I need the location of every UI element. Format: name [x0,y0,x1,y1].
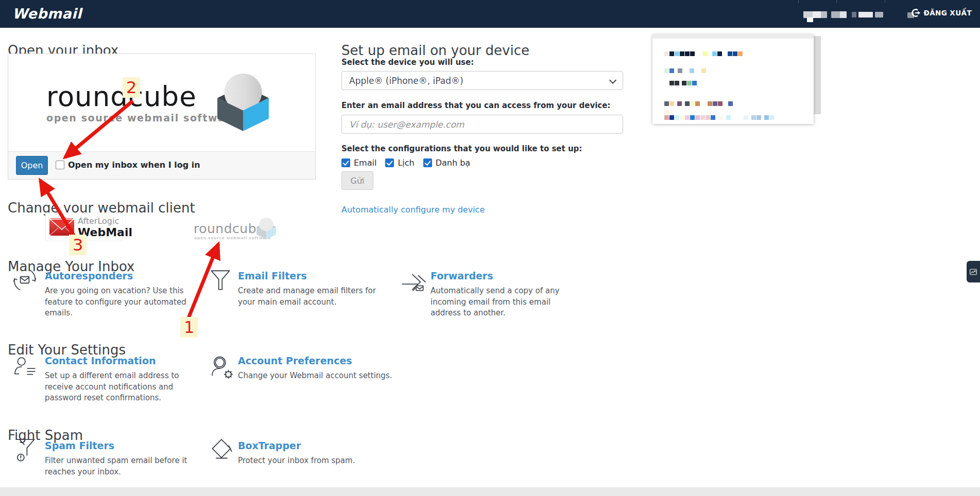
roundcube-tagline: open source webmail software [46,112,238,123]
autoresponders-link[interactable]: Autoresponders [45,270,199,282]
forwarders-icon [402,271,427,293]
annotation-label-3: 3 [69,235,87,255]
config-contacts-label: Danh bạ [436,158,470,168]
config-contacts-checkbox[interactable] [423,158,432,167]
analytics-side-tab[interactable] [967,261,980,282]
feature-email-filters: Email Filters Create and manage email fi… [238,270,392,308]
roundcube-logo-text: roundcube [46,83,238,110]
device-select-value: Apple® (iPhone®, iPad®) [349,76,463,86]
logout-button[interactable]: ĐĂNG XUẤT [908,8,975,18]
config-select-label: Select the configurations that you would… [341,144,582,153]
account-preferences-icon [210,356,235,380]
top-bar: Webmail ĐĂNG XUẤT [0,0,980,28]
annotation-label-1: 1 [180,317,198,338]
spam-filters-link[interactable]: Spam Filters [45,440,199,452]
annotation-label-2: 2 [123,77,140,98]
feature-contact-information: Contact Information Set up a different e… [45,355,199,404]
config-option-contacts[interactable]: Danh bạ [423,158,470,168]
contact-information-icon [13,356,37,379]
header-divider [885,0,885,3]
redacted-account-text [807,17,813,22]
logout-icon [912,8,921,17]
roundcube-cube-icon [214,69,272,132]
feature-account-preferences: Account Preferences Change your Webmail … [238,355,403,382]
redacted-menu-text [875,12,883,17]
forwarders-description: Automatically send a copy of any incomin… [431,286,580,319]
feature-forwarders: Forwarders Automatically send a copy of … [431,270,580,319]
bottom-strip [0,487,980,496]
line-chart-icon [970,268,977,276]
roundcube-small-text: roundcube [194,221,265,236]
send-button[interactable]: Gửi [341,171,373,190]
spam-filters-icon [13,438,36,462]
forwarders-link[interactable]: Forwarders [431,270,580,282]
config-checkbox-row: Email Lịch Danh bạ [341,158,470,168]
auto-configure-link[interactable]: Automatically configure my device [341,205,485,215]
header-divider [798,0,799,3]
open-inbox-checkbox-label[interactable]: Open my inbox when I log in [68,160,200,170]
setup-device-heading: Set up email on your device [341,43,529,58]
email-field-label: Enter an email address that you can acce… [341,101,610,110]
config-email-checkbox[interactable] [341,158,350,167]
boxtrapper-icon [210,438,233,461]
card-footer: Open Open my inbox when I log in [8,151,315,179]
feature-boxtrapper: BoxTrapper Protect your inbox from spam. [238,440,392,467]
autoresponders-icon [12,268,37,292]
contact-information-link[interactable]: Contact Information [45,355,199,367]
redacted-account-text [831,11,847,18]
config-calendar-checkbox[interactable] [385,158,394,167]
boxtrapper-description: Protect your inbox from spam. [238,455,392,467]
logout-label: ĐĂNG XUẤT [924,9,972,17]
config-option-email[interactable]: Email [341,158,376,168]
email-filters-icon [210,270,231,291]
device-select-label: Select the device you will use: [341,58,474,67]
webmail-home-page: Webmail ĐĂNG XUẤT Open your inbox roundc… [0,0,980,496]
config-option-calendar[interactable]: Lịch [385,158,414,168]
boxtrapper-link[interactable]: BoxTrapper [238,440,392,452]
webmail-client-card: roundcube open source webmail software O… [8,54,316,180]
header-divider [836,0,837,3]
redacted-menu-text [852,12,856,17]
spam-filters-description: Filter unwanted spam email before it rea… [45,455,199,478]
feature-autoresponders: Autoresponders Are you going on vacation… [45,270,199,319]
thumbnail-scrollbar[interactable] [814,36,821,114]
contact-information-description: Set up a different email address to rece… [45,370,199,404]
account-preferences-description: Change your Webmail account settings. [238,370,403,382]
email-filters-description: Create and manage email filters for your… [238,286,392,308]
device-select[interactable]: Apple® (iPhone®, iPad®) [341,71,623,90]
preview-thumbnail-grid [652,34,814,124]
config-calendar-label: Lịch [398,158,414,168]
client-option-roundcube[interactable]: roundcube open source webmail software [194,215,281,242]
feature-spam-filters: Spam Filters Filter unwanted spam email … [45,440,199,477]
redacted-menu-text [858,12,873,17]
roundcube-small-cube-icon [255,216,277,240]
page-preview-thumbnail[interactable] [652,34,814,124]
open-inbox-button[interactable]: Open [16,156,48,175]
account-preferences-link[interactable]: Account Preferences [238,355,403,367]
config-email-label: Email [354,158,376,168]
roundcube-logo: roundcube open source webmail software [46,83,238,123]
autoresponders-description: Are you going on vacation? Use this feat… [45,286,199,319]
webmail-logo: Webmail [12,6,82,22]
email-field[interactable] [341,115,623,134]
email-filters-link[interactable]: Email Filters [238,270,392,282]
open-inbox-checkbox[interactable] [56,161,64,169]
chevron-down-icon [609,77,616,84]
afterlogic-brand-text: AfterLogic [78,216,119,226]
